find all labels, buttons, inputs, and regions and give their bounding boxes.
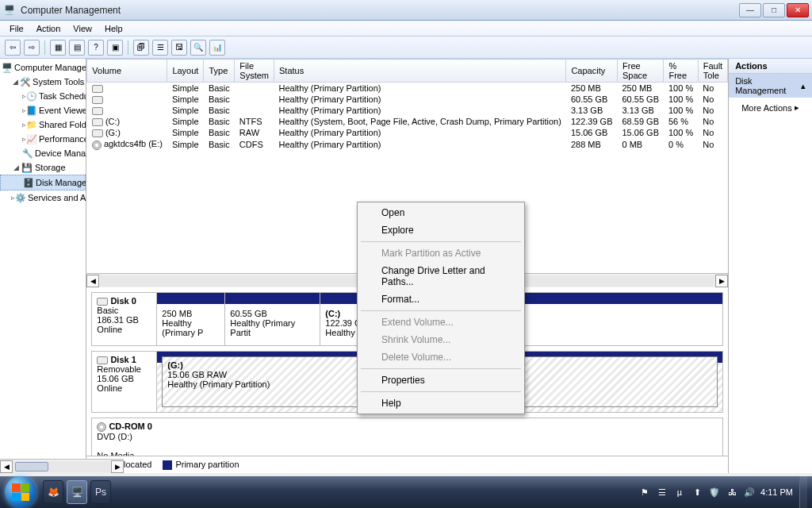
scroll-right-button[interactable]: ▶	[715, 275, 728, 287]
disk-row-cdrom[interactable]: CD-ROM 0 DVD (D:) No Media	[91, 418, 723, 456]
menubar: File Action View Help	[0, 21, 812, 37]
context-menu-item[interactable]: Format...	[359, 291, 523, 308]
tree-performance[interactable]: ▹📈Performance	[0, 132, 86, 146]
show-desktop-button[interactable]	[799, 476, 807, 508]
tray-icon[interactable]: 🛡️	[708, 486, 721, 498]
windows-logo-icon	[12, 483, 29, 501]
disk-type: DVD (D:)	[97, 432, 132, 441]
disk-type: Basic	[97, 306, 118, 315]
context-menu-item: Mark Partition as Active	[359, 244, 523, 262]
toolbar: ⇦ ⇨ ▦ ▤ ? ▣ 🗐 ☰ 🖫 🔍 📊	[0, 37, 812, 59]
table-row[interactable]: SimpleBasicHealthy (Primary Partition)3.…	[87, 105, 728, 116]
col-volume[interactable]: Volume	[87, 60, 167, 83]
menu-file[interactable]: File	[3, 22, 30, 35]
col-pct-free[interactable]: % Free	[664, 60, 698, 83]
table-row[interactable]: agktdcs4fb (E:)SimpleBasicCDFSHealthy (P…	[87, 138, 728, 150]
scroll-track[interactable]	[13, 461, 110, 472]
partition-status: Healthy (Primary Partit	[230, 318, 315, 337]
cd-icon	[97, 422, 106, 432]
taskbar: 🦊 🖥️ Ps ⚑ ☰ µ ⬆ 🛡️ 🖧 🔊 4:11 PM	[0, 476, 812, 508]
context-menu-item[interactable]: Explore	[359, 221, 523, 239]
context-menu: OpenExploreMark Partition as ActiveChang…	[357, 202, 525, 414]
tree-storage[interactable]: ◢💾Storage	[0, 160, 86, 175]
col-status[interactable]: Status	[274, 60, 566, 83]
disk-label: CD-ROM 0 DVD (D:) No Media	[92, 418, 722, 456]
volume-icon[interactable]: 🔊	[743, 486, 756, 498]
context-menu-item[interactable]: Open	[359, 204, 523, 221]
toolbar-button[interactable]: ▤	[69, 40, 85, 56]
context-menu-item[interactable]: Properties	[359, 371, 523, 389]
network-icon[interactable]: 🖧	[726, 486, 738, 498]
taskbar-clock[interactable]: 4:11 PM	[760, 487, 793, 497]
partition[interactable]: 250 MB Healthy (Primary P	[157, 293, 225, 345]
partition-title: (C:)	[325, 309, 340, 318]
col-filesystem[interactable]: File System	[235, 60, 274, 83]
toolbar-button[interactable]: 🗐	[133, 40, 149, 56]
disk-size: 186.31 GB	[97, 315, 139, 325]
tree-services-apps[interactable]: ▹⚙️Services and Applications	[0, 190, 86, 205]
tray-icon[interactable]: ⬆	[691, 486, 703, 498]
scroll-left-button[interactable]: ◀	[0, 460, 13, 473]
partition-size: 15.06 GB RAW	[167, 370, 227, 379]
navigation-tree[interactable]: 🖥️Computer Management (Local) ◢🛠️System …	[0, 59, 86, 473]
tree-disk-management[interactable]: 🗄️Disk Management	[0, 175, 86, 190]
toolbar-button[interactable]: ▦	[50, 40, 66, 56]
window-titlebar: 🖥️ Computer Management — □ ✕	[0, 0, 812, 21]
maximize-button[interactable]: □	[763, 3, 785, 17]
taskbar-button[interactable]: 🦊	[43, 480, 63, 504]
taskbar-button[interactable]: Ps	[90, 480, 111, 504]
col-free-space[interactable]: Free Space	[618, 60, 664, 83]
tree-device-manager[interactable]: 🔧Device Manager	[0, 146, 86, 160]
tray-icon[interactable]: µ	[673, 486, 686, 498]
tree-shared-folders[interactable]: ▹📁Shared Folders	[0, 117, 86, 132]
legend-primary: Primary partition	[163, 460, 239, 470]
taskbar-button[interactable]: 🖥️	[67, 480, 87, 504]
col-type[interactable]: Type	[204, 60, 235, 83]
tree-task-scheduler[interactable]: ▹🕒Task Scheduler	[0, 89, 86, 103]
tree-root[interactable]: 🖥️Computer Management (Local)	[0, 60, 86, 75]
toolbar-button[interactable]: 📊	[209, 40, 225, 56]
tree-hscroll[interactable]: ◀ ▶	[0, 459, 124, 473]
table-row[interactable]: SimpleBasicHealthy (Primary Partition)25…	[87, 83, 728, 94]
table-row[interactable]: SimpleBasicHealthy (Primary Partition)60…	[87, 94, 728, 105]
col-layout[interactable]: Layout	[167, 60, 204, 83]
toolbar-button[interactable]: ?	[88, 40, 104, 56]
menu-action[interactable]: Action	[30, 22, 67, 35]
toolbar-button[interactable]: ▣	[107, 40, 123, 56]
close-button[interactable]: ✕	[787, 3, 809, 17]
actions-more-actions[interactable]: More Actions ▸	[729, 98, 812, 117]
menu-help[interactable]: Help	[98, 22, 129, 35]
col-fault-tolerance[interactable]: Fault Tole	[698, 60, 727, 83]
menu-view[interactable]: View	[67, 22, 98, 35]
partition-title: (G:)	[167, 360, 183, 370]
actions-group-disk-management[interactable]: Disk Management ▴	[729, 74, 812, 98]
table-row[interactable]: (C:)SimpleBasicNTFSHealthy (System, Boot…	[87, 116, 728, 127]
disk-icon	[92, 129, 103, 137]
scroll-left-button[interactable]: ◀	[86, 275, 99, 287]
toolbar-button[interactable]: 🖫	[171, 40, 187, 56]
tray-icon[interactable]: ☰	[656, 486, 668, 498]
minimize-button[interactable]: —	[739, 3, 761, 17]
toolbar-button[interactable]: 🔍	[190, 40, 206, 56]
context-menu-item[interactable]: Change Drive Letter and Paths...	[359, 262, 523, 291]
partition-cap	[157, 293, 224, 304]
table-row[interactable]: (G:)SimpleBasicRAWHealthy (Primary Parti…	[87, 127, 728, 138]
disk-header: CD-ROM 0	[109, 421, 151, 431]
context-menu-item[interactable]: Help	[359, 394, 523, 412]
col-capacity[interactable]: Capacity	[566, 60, 618, 83]
scroll-right-button[interactable]: ▶	[111, 460, 124, 473]
tree-label: Device Manager	[35, 148, 86, 158]
partition[interactable]: 60.55 GB Healthy (Primary Partit	[225, 293, 320, 345]
scroll-thumb[interactable]	[15, 462, 48, 471]
toolbar-button[interactable]: ☰	[152, 40, 168, 56]
disk-state: Online	[97, 383, 122, 393]
tree-event-viewer[interactable]: ▹📘Event Viewer	[0, 103, 86, 117]
start-button[interactable]	[5, 476, 36, 508]
tree-label: Storage	[35, 163, 66, 172]
back-button[interactable]: ⇦	[5, 40, 21, 56]
legend: Unallocated Primary partition	[86, 456, 728, 473]
forward-button[interactable]: ⇨	[24, 40, 40, 56]
tray-icon[interactable]: ⚑	[638, 486, 651, 498]
system-tray[interactable]: ⚑ ☰ µ ⬆ 🛡️ 🖧 🔊 4:11 PM	[638, 486, 793, 498]
tree-system-tools[interactable]: ◢🛠️System Tools	[0, 75, 86, 89]
